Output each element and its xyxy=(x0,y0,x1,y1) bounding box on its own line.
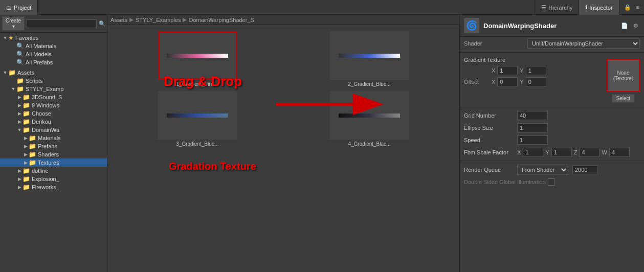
denkou-label: Denkou xyxy=(32,119,51,125)
tree-denkou[interactable]: 📁 Denkou xyxy=(0,118,107,126)
tree-all-models[interactable]: 🔍 All Models xyxy=(0,50,107,58)
fbm-label: Fbm Scale Factor xyxy=(464,149,515,155)
dotline-folder-icon: 📁 xyxy=(23,167,30,174)
menu-icon[interactable]: ≡ xyxy=(635,4,641,11)
lock-icon[interactable]: 🔒 xyxy=(623,4,633,11)
tree-9windows[interactable]: 📁 9 Windows xyxy=(0,101,107,109)
tree-3dsound[interactable]: 📁 3DSound_S xyxy=(0,93,107,101)
asset-item-4[interactable]: 4_Gradient_Blac... xyxy=(285,91,453,147)
offset-label: Offset xyxy=(464,79,490,85)
tree-all-prefabs[interactable]: 🔍 All Prefabs xyxy=(0,58,107,66)
explosion-label: Explosion_ xyxy=(32,176,59,182)
offset-row: Offset X Y xyxy=(464,76,607,87)
tree-assets[interactable]: 📁 Assets xyxy=(0,69,107,77)
tiling-x-field[interactable] xyxy=(497,66,518,75)
offset-y-label: Y xyxy=(520,79,523,85)
fbm-z-field[interactable] xyxy=(579,148,599,157)
domain-folder-icon: 📁 xyxy=(23,126,30,133)
3dsound-folder-icon: 📁 xyxy=(23,94,30,101)
breadcrumb: Assets ▶ STYLY_Examples ▶ DomainWarpingS… xyxy=(107,15,459,25)
offset-x-field[interactable] xyxy=(497,77,518,86)
all-prefabs-label: All Prefabs xyxy=(26,59,53,65)
grid-number-field[interactable] xyxy=(517,111,548,120)
fbm-x-label: X xyxy=(517,149,521,155)
gradient-blue-dark xyxy=(167,114,228,118)
9windows-label: 9 Windows xyxy=(32,102,59,108)
texture-slot[interactable]: None (Texture) xyxy=(607,59,640,92)
3dsound-label: 3DSound_S xyxy=(32,94,62,100)
fbm-y-label: Y xyxy=(545,149,549,155)
tree-all-materials[interactable]: 🔍 All Materials xyxy=(0,42,107,50)
tiling-y-field[interactable] xyxy=(526,66,546,75)
search-prefab-icon: 🔍 xyxy=(16,59,24,66)
domain-arrow xyxy=(16,127,23,132)
tree-materials[interactable]: 📁 Materials xyxy=(0,134,107,142)
breadcrumb-styly: STYLY_Examples xyxy=(136,17,181,23)
gradient-pink-white xyxy=(167,54,228,58)
styly-folder-icon: 📁 xyxy=(16,85,24,93)
tree-styly[interactable]: 📁 STYLY_Examp xyxy=(0,85,107,93)
tab-inspector[interactable]: ℹ Inspector xyxy=(579,0,619,15)
texture-info: Gradient Texture X Y Offset X Y xyxy=(464,57,607,87)
tree-favorites[interactable]: ★ Favorites xyxy=(0,34,107,42)
shader-select[interactable]: Unlit/DomainWarpingShader xyxy=(527,38,640,49)
choose-label: Choose xyxy=(32,110,51,117)
tree-scripts[interactable]: 📁 Scripts xyxy=(0,77,107,85)
project-toolbar: Create ▾ 🔍 ⚙ ★ xyxy=(0,15,107,33)
tree-textures[interactable]: 📁 Textures xyxy=(0,158,107,167)
explosion-arrow xyxy=(16,176,23,182)
offset-y-field[interactable] xyxy=(526,77,546,86)
asset-item-1[interactable]: 1_Gradient_Pink... xyxy=(114,31,281,87)
prefabs-label: Prefabs xyxy=(38,143,57,149)
gradation-annotation: Gradation Texture xyxy=(169,161,256,172)
render-queue-select[interactable]: From Shader xyxy=(517,165,568,175)
render-queue-value[interactable] xyxy=(572,165,598,174)
assets-folder-icon: 📁 xyxy=(8,69,16,76)
search-model-icon: 🔍 xyxy=(16,51,24,58)
asset-panel: Assets ▶ STYLY_Examples ▶ DomainWarpingS… xyxy=(107,15,460,272)
asset-item-3[interactable]: 3_Gradient_Blue... xyxy=(114,91,281,147)
fbm-w-field[interactable] xyxy=(609,148,630,157)
gradient-texture-label: Gradient Texture xyxy=(464,57,607,63)
tree-explosion[interactable]: 📁 Explosion_ xyxy=(0,175,107,183)
prefabs-folder-icon: 📁 xyxy=(29,143,36,150)
textures-label: Textures xyxy=(38,160,59,166)
all-materials-label: All Materials xyxy=(26,43,56,49)
double-sided-checkbox[interactable] xyxy=(548,178,555,186)
denkou-folder-icon: 📁 xyxy=(23,118,30,125)
asset-label-2: 2_Gradient_Blue... xyxy=(348,81,390,87)
tree-fireworks[interactable]: 📁 Fireworks_ xyxy=(0,183,107,191)
denkou-arrow xyxy=(16,119,23,124)
inspector-gear-icon[interactable]: ⚙ xyxy=(632,22,640,30)
tree-choose[interactable]: 📁 Choose xyxy=(0,109,107,118)
tiling-y-label: Y xyxy=(520,67,523,74)
3dsound-arrow xyxy=(16,95,23,100)
select-button[interactable]: Select xyxy=(612,94,635,103)
project-icon: 🗂 xyxy=(6,5,12,11)
fbm-x-field[interactable] xyxy=(523,148,543,157)
favorites-arrow xyxy=(2,35,8,40)
tree-domain[interactable]: 📁 DomainWa xyxy=(0,126,107,134)
ellipse-size-field[interactable] xyxy=(517,123,548,132)
choose-arrow xyxy=(16,111,23,116)
fireworks-arrow xyxy=(16,185,23,190)
scripts-label: Scripts xyxy=(26,78,43,84)
9windows-folder-icon: 📁 xyxy=(23,102,30,109)
search-input[interactable] xyxy=(27,19,97,28)
asset-item-2[interactable]: 2_Gradient_Blue... xyxy=(285,31,453,87)
fbm-y-field[interactable] xyxy=(551,148,572,157)
tab-hierarchy[interactable]: ☰ Hierarchy xyxy=(535,0,579,15)
tree-dotline[interactable]: 📁 dotline xyxy=(0,167,107,175)
inspector-open-icon[interactable]: 📄 xyxy=(619,22,630,30)
tab-project[interactable]: 🗂 Project xyxy=(0,0,38,15)
create-button[interactable]: Create ▾ xyxy=(2,16,25,31)
main-content: Create ▾ 🔍 ⚙ ★ ★ Favorites 🔍 All Materia… xyxy=(0,15,644,272)
shaders-folder-icon: 📁 xyxy=(29,151,36,158)
tree-shaders[interactable]: 📁 Shaders xyxy=(0,150,107,158)
speed-field[interactable] xyxy=(517,135,548,145)
domain-label: DomainWa xyxy=(32,127,59,133)
top-bar: 🗂 Project ☰ Hierarchy ℹ Inspector 🔒 ≡ xyxy=(0,0,644,15)
search-icon[interactable]: 🔍 xyxy=(99,20,106,27)
tree-prefabs[interactable]: 📁 Prefabs xyxy=(0,142,107,150)
fbm-w-label: W xyxy=(602,149,607,155)
